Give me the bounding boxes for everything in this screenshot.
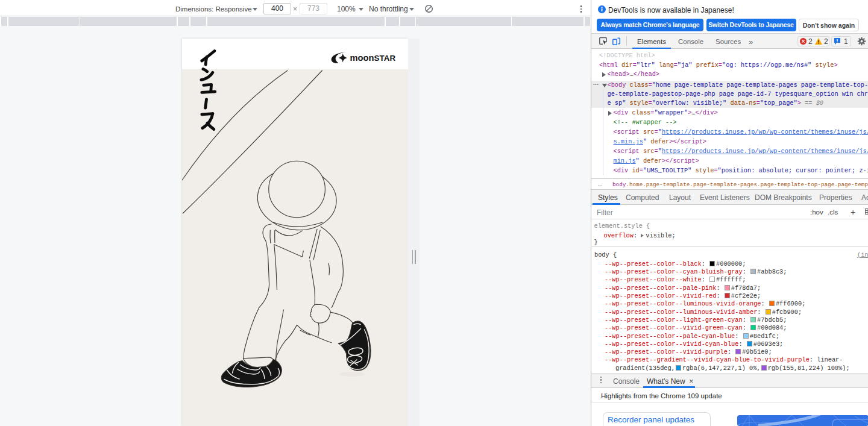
svg-text:STAR: STAR [374,54,396,63]
svg-text:moon: moon [350,53,374,63]
